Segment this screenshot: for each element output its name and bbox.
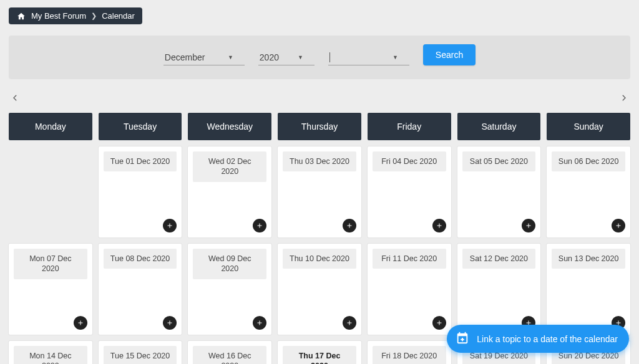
calendar-cell: Fri 04 Dec 2020 bbox=[368, 146, 451, 237]
calendar-cell: Wed 02 Dec2020 bbox=[188, 146, 271, 237]
weekday-header: Saturday bbox=[457, 113, 541, 140]
year-select-value: 2020 bbox=[260, 52, 279, 62]
search-input[interactable]: ▼ bbox=[328, 50, 409, 65]
calendar-cell: Sun 06 Dec 2020 bbox=[547, 146, 630, 237]
calendar-cell: Thu 17 Dec2020 bbox=[278, 341, 361, 364]
weekday-header: Friday bbox=[368, 113, 451, 140]
weekday-header: Thursday bbox=[278, 113, 361, 140]
calendar-cell: Tue 08 Dec 2020 bbox=[99, 244, 182, 335]
calendar-cell: Tue 15 Dec 2020 bbox=[99, 341, 182, 364]
calendar-cell: Wed 16 Dec2020 bbox=[188, 341, 271, 364]
next-month-button[interactable] bbox=[618, 92, 630, 104]
calendar-cell: Thu 10 Dec 2020 bbox=[278, 244, 361, 335]
add-event-button[interactable] bbox=[432, 316, 446, 330]
text-cursor bbox=[329, 52, 330, 62]
weekday-header-row: MondayTuesdayWednesdayThursdayFridaySatu… bbox=[9, 113, 630, 140]
date-chip[interactable]: Tue 01 Dec 2020 bbox=[104, 151, 177, 171]
calendar-add-icon bbox=[456, 331, 469, 347]
date-chip[interactable]: Mon 07 Dec2020 bbox=[14, 249, 87, 279]
month-select-value: December bbox=[165, 52, 205, 62]
breadcrumb: My Best Forum ❯ Calendar bbox=[9, 7, 142, 24]
date-chip[interactable]: Fri 04 Dec 2020 bbox=[373, 151, 446, 171]
date-chip[interactable]: Mon 14 Dec2020 bbox=[14, 346, 87, 364]
calendar-cell: Thu 03 Dec 2020 bbox=[278, 146, 361, 237]
calendar-nav bbox=[9, 92, 630, 104]
weekday-header: Tuesday bbox=[99, 113, 182, 140]
date-chip[interactable]: Wed 02 Dec2020 bbox=[193, 151, 266, 182]
date-chip[interactable]: Fri 18 Dec 2020 bbox=[373, 346, 446, 364]
calendar-cell: Sun 13 Dec 2020 bbox=[547, 244, 630, 335]
add-event-button[interactable] bbox=[522, 219, 535, 232]
add-event-button[interactable] bbox=[74, 316, 87, 330]
date-chip[interactable]: Tue 15 Dec 2020 bbox=[104, 346, 177, 364]
weekday-header: Wednesday bbox=[188, 113, 271, 140]
dropdown-icon: ▼ bbox=[228, 54, 233, 60]
date-chip[interactable]: Thu 10 Dec 2020 bbox=[283, 249, 356, 269]
dropdown-icon: ▼ bbox=[393, 54, 398, 60]
add-event-button[interactable] bbox=[163, 316, 177, 330]
date-chip[interactable]: Thu 17 Dec2020 bbox=[283, 346, 356, 364]
chevron-right-icon: ❯ bbox=[91, 12, 97, 20]
search-button[interactable]: Search bbox=[423, 44, 476, 65]
add-event-button[interactable] bbox=[432, 219, 446, 232]
add-event-button[interactable] bbox=[253, 219, 266, 232]
date-chip[interactable]: Sun 13 Dec 2020 bbox=[552, 249, 625, 269]
calendar-cell: Fri 18 Dec 2020 bbox=[368, 341, 451, 364]
calendar-cell: Fri 11 Dec 2020 bbox=[368, 244, 451, 335]
home-icon[interactable] bbox=[16, 12, 26, 21]
add-event-button[interactable] bbox=[343, 316, 356, 330]
weekday-header: Monday bbox=[9, 113, 92, 140]
calendar-cell-empty bbox=[9, 146, 92, 237]
date-chip[interactable]: Wed 16 Dec2020 bbox=[193, 346, 266, 364]
add-event-button[interactable] bbox=[343, 219, 356, 232]
breadcrumb-forum-link[interactable]: My Best Forum bbox=[31, 11, 86, 21]
link-topic-fab[interactable]: Link a topic to a date of the calendar bbox=[447, 325, 629, 353]
date-chip[interactable]: Thu 03 Dec 2020 bbox=[283, 151, 356, 171]
month-select[interactable]: December ▼ bbox=[163, 50, 245, 65]
breadcrumb-current: Calendar bbox=[102, 11, 135, 21]
calendar-search-bar: December ▼ 2020 ▼ ▼ Search bbox=[9, 36, 630, 79]
dropdown-icon: ▼ bbox=[298, 54, 303, 60]
weekday-header: Sunday bbox=[547, 113, 630, 140]
calendar-cell: Wed 09 Dec2020 bbox=[188, 244, 271, 335]
date-chip[interactable]: Sat 05 Dec 2020 bbox=[462, 151, 536, 171]
date-chip[interactable]: Sat 12 Dec 2020 bbox=[462, 249, 536, 269]
date-chip[interactable]: Wed 09 Dec2020 bbox=[193, 249, 266, 279]
calendar-cell: Sat 05 Dec 2020 bbox=[457, 146, 541, 237]
year-select[interactable]: 2020 ▼ bbox=[258, 50, 315, 65]
prev-month-button[interactable] bbox=[9, 92, 21, 104]
calendar-cell: Mon 14 Dec2020 bbox=[9, 341, 92, 364]
fab-label: Link a topic to a date of the calendar bbox=[477, 334, 618, 344]
add-event-button[interactable] bbox=[612, 219, 625, 232]
calendar-cell: Mon 07 Dec2020 bbox=[9, 244, 92, 335]
calendar-cell: Sat 12 Dec 2020 bbox=[457, 244, 541, 335]
date-chip[interactable]: Sun 06 Dec 2020 bbox=[552, 151, 625, 171]
add-event-button[interactable] bbox=[163, 219, 177, 232]
calendar-cell: Tue 01 Dec 2020 bbox=[99, 146, 182, 237]
add-event-button[interactable] bbox=[253, 316, 266, 330]
date-chip[interactable]: Fri 11 Dec 2020 bbox=[373, 249, 446, 269]
date-chip[interactable]: Tue 08 Dec 2020 bbox=[104, 249, 177, 269]
